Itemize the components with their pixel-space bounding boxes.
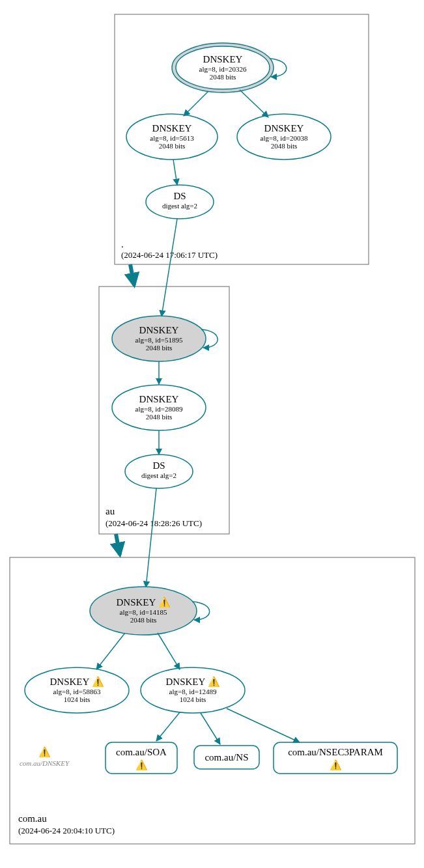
svg-text:com.au/NS: com.au/NS <box>205 752 248 763</box>
edge-comauksk-zsk2 <box>158 633 180 669</box>
svg-text:com.au/SOA: com.au/SOA <box>116 747 167 757</box>
svg-text:DNSKEY: DNSKEY <box>203 54 243 64</box>
svg-text:2048 bits: 2048 bits <box>146 344 173 352</box>
svg-text:com.au/DNSKEY: com.au/DNSKEY <box>20 759 70 767</box>
svg-text:2048 bits: 2048 bits <box>130 616 157 624</box>
zone-au-time: (2024-06-24 18:28:26 UTC) <box>106 518 202 528</box>
node-root-zsk1: DNSKEY alg=8, id=5613 2048 bits <box>126 114 218 160</box>
zone-comau-label: com.au <box>18 813 47 824</box>
svg-text:com.au/NSEC3PARAM: com.au/NSEC3PARAM <box>288 747 383 757</box>
svg-text:DNSKEY ⚠️: DNSKEY ⚠️ <box>116 596 170 608</box>
edge-root-au-zone <box>130 264 134 285</box>
node-au-ds: DS digest alg=2 <box>125 455 193 488</box>
svg-text:DNSKEY: DNSKEY <box>139 394 179 404</box>
svg-text:DNSKEY: DNSKEY <box>152 123 192 133</box>
zone-comau-time: (2024-06-24 20:04:10 UTC) <box>18 826 115 835</box>
zone-root-label: . <box>121 239 124 249</box>
svg-text:DNSKEY ⚠️: DNSKEY ⚠️ <box>165 676 219 688</box>
svg-text:DS: DS <box>152 460 165 471</box>
svg-text:2048 bits: 2048 bits <box>271 142 298 150</box>
svg-text:alg=8, id=58863: alg=8, id=58863 <box>53 688 101 695</box>
node-comau-ksk: DNSKEY ⚠️ alg=8, id=14185 2048 bits <box>90 587 197 635</box>
zone-root-time: (2024-06-24 17:06:17 UTC) <box>121 250 218 260</box>
svg-text:DNSKEY: DNSKEY <box>139 325 179 335</box>
edge-comauksk-zsk1 <box>96 633 125 669</box>
svg-text:alg=8, id=28089: alg=8, id=28089 <box>135 405 183 413</box>
svg-text:1024 bits: 1024 bits <box>64 695 91 703</box>
node-comau-nsec3: com.au/NSEC3PARAM ⚠️ <box>274 742 397 774</box>
edge-zsk2-ns <box>201 713 220 744</box>
node-comau-ghost: ⚠️ com.au/DNSKEY <box>20 746 70 767</box>
edge-rootksk-zsk2 <box>240 90 268 117</box>
node-comau-zsk1: DNSKEY ⚠️ alg=8, id=58863 1024 bits <box>25 667 129 713</box>
svg-text:DS: DS <box>173 191 186 201</box>
edge-rootzsk1-ds <box>173 160 177 185</box>
edge-auds-comauksk <box>146 488 156 587</box>
node-root-ksk: DNSKEY alg=8, id=20326 2048 bits <box>172 43 274 92</box>
edge-zsk2-soa <box>156 712 180 741</box>
node-root-zsk2: DNSKEY alg=8, id=20038 2048 bits <box>237 114 331 160</box>
svg-text:digest alg=2: digest alg=2 <box>141 471 177 479</box>
edge-zsk2-nsec3 <box>227 708 300 742</box>
svg-text:alg=8, id=51895: alg=8, id=51895 <box>135 336 183 344</box>
svg-text:alg=8, id=5613: alg=8, id=5613 <box>150 134 194 142</box>
svg-text:alg=8, id=12489: alg=8, id=12489 <box>169 688 217 695</box>
node-comau-ns: com.au/NS <box>194 746 259 769</box>
node-root-ds: DS digest alg=2 <box>146 185 214 219</box>
svg-text:⚠️: ⚠️ <box>330 759 342 771</box>
svg-text:2048 bits: 2048 bits <box>210 73 236 81</box>
svg-text:2048 bits: 2048 bits <box>159 142 186 150</box>
svg-text:⚠️: ⚠️ <box>135 759 148 771</box>
node-au-zsk: DNSKEY alg=8, id=28089 2048 bits <box>112 385 206 430</box>
zone-au-label: au <box>106 506 115 516</box>
svg-text:DNSKEY: DNSKEY <box>264 123 304 133</box>
edge-rootksk-zsk1 <box>184 91 208 116</box>
svg-text:alg=8, id=20038: alg=8, id=20038 <box>261 134 308 142</box>
svg-text:alg=8, id=20326: alg=8, id=20326 <box>199 65 247 73</box>
svg-text:alg=8, id=14185: alg=8, id=14185 <box>120 608 167 616</box>
edge-rootds-auksk <box>162 219 177 316</box>
edge-au-comau-zone <box>116 534 120 555</box>
svg-text:1024 bits: 1024 bits <box>180 695 206 703</box>
node-au-ksk: DNSKEY alg=8, id=51895 2048 bits <box>112 316 206 361</box>
svg-text:⚠️: ⚠️ <box>38 746 51 758</box>
node-comau-zsk2: DNSKEY ⚠️ alg=8, id=12489 1024 bits <box>141 667 245 713</box>
svg-text:digest alg=2: digest alg=2 <box>162 202 197 210</box>
node-comau-soa: com.au/SOA ⚠️ <box>106 742 177 774</box>
svg-text:DNSKEY ⚠️: DNSKEY ⚠️ <box>49 676 104 688</box>
svg-text:2048 bits: 2048 bits <box>146 413 173 421</box>
